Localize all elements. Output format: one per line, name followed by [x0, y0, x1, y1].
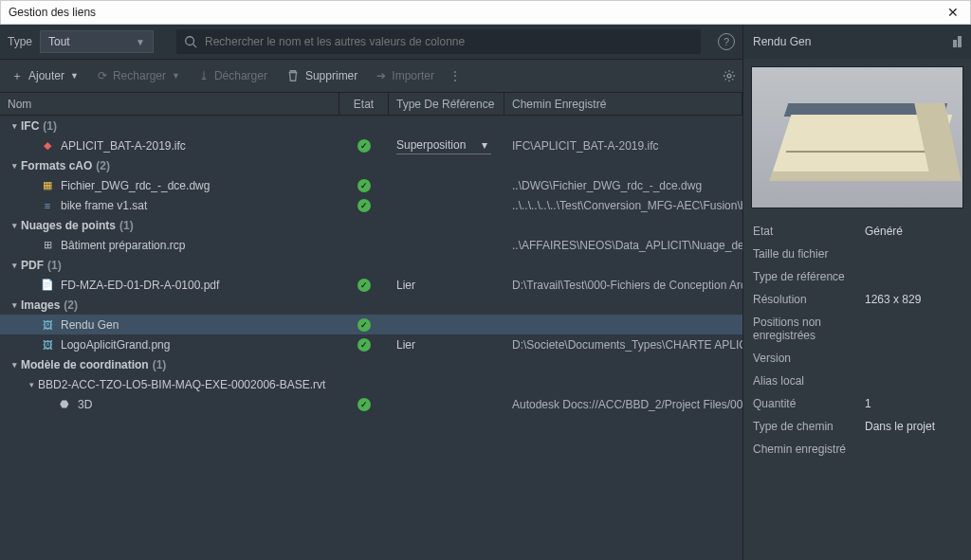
row-count: (2) — [64, 298, 78, 312]
dwg-file-icon: ▦ — [40, 179, 55, 192]
property-row: Quantité1 — [743, 392, 971, 415]
tree-group[interactable]: ▾PDF (1) — [0, 255, 742, 275]
tree-item[interactable]: ≡bike frame v1.sat✓..\..\..\..\..\Test\C… — [0, 195, 742, 215]
col-header-name[interactable]: Nom — [0, 93, 339, 115]
row-count: (2) — [96, 159, 110, 172]
row-label: Images — [21, 298, 60, 312]
img-file-icon: 🖼 — [40, 338, 55, 352]
detach-panel-icon[interactable] — [953, 36, 962, 47]
row-label: Rendu Gen — [61, 318, 119, 332]
tree-group[interactable]: ▾Modèle de coordination (1) — [0, 354, 742, 374]
property-key: Chemin enregistré — [753, 443, 865, 456]
tree-group[interactable]: ▾Images (2) — [0, 295, 742, 315]
tree-item[interactable]: ⬣3D✓Autodesk Docs://ACC/BBD_2/Project Fi… — [0, 394, 742, 414]
chevron-down-icon: ▾ — [482, 138, 487, 152]
property-row: Alias local — [743, 370, 971, 392]
property-row: Version — [743, 347, 971, 370]
row-path: D:\Societe\Documents_Types\CHARTE APLICI… — [504, 338, 742, 352]
tree-group[interactable]: ▾IFC (1) — [0, 116, 742, 135]
status-ok-icon: ✓ — [357, 139, 371, 153]
tree-group[interactable]: ▾Formats cAO (2) — [0, 155, 742, 175]
row-count: (1) — [153, 358, 167, 371]
chevron-down-icon[interactable]: ▾ — [8, 261, 21, 270]
chevron-down-icon: ▼ — [172, 71, 180, 81]
arrow-right-icon: ➔ — [376, 69, 386, 82]
reload-button[interactable]: ⟳ Recharger ▼ — [90, 65, 188, 86]
property-key: Alias local — [753, 374, 865, 388]
tree-item[interactable]: ▾BBD2-ACC-TZO-LO5-BIM-MAQ-EXE-0002006-BA… — [0, 374, 742, 394]
status-ok-icon: ✓ — [357, 179, 371, 192]
gear-icon[interactable] — [720, 66, 739, 85]
plus-icon: ＋ — [11, 68, 23, 84]
property-row: EtatGénéré — [743, 220, 971, 243]
chevron-down-icon[interactable]: ▾ — [8, 221, 21, 230]
chevron-down-icon[interactable]: ▾ — [8, 300, 21, 310]
property-row: Type de cheminDans le projet — [743, 415, 971, 438]
col-header-type[interactable]: Type De Référence — [389, 93, 504, 115]
col-header-path[interactable]: Chemin Enregistré — [504, 93, 742, 115]
import-button[interactable]: ➔ Importer — [369, 65, 442, 86]
window-title: Gestion des liens — [9, 6, 944, 19]
property-key: Version — [753, 352, 865, 365]
chevron-down-icon: ▼ — [70, 71, 79, 81]
row-label: Fichier_DWG_rdc_-_dce.dwg — [61, 179, 210, 192]
row-label: Modèle de coordination — [21, 358, 149, 371]
delete-button-label: Supprimer — [305, 69, 357, 82]
property-value: 1 — [865, 397, 962, 410]
pdf-file-icon: 📄 — [40, 279, 55, 292]
tree-item[interactable]: ◆APLICIT_BAT-A-2019.ifc✓Superposition▾IF… — [0, 135, 742, 155]
property-key: Quantité — [753, 397, 865, 410]
row-path: ..\..\..\..\..\Test\Conversion_MFG-AEC\F… — [504, 199, 742, 212]
more-icon[interactable]: ⋮ — [446, 66, 465, 85]
property-row: Type de référence — [743, 265, 971, 288]
reference-type-select[interactable]: Superposition▾ — [396, 137, 491, 154]
ifc-file-icon: ◆ — [40, 139, 55, 153]
close-icon[interactable]: ✕ — [944, 5, 962, 20]
svg-line-1 — [193, 45, 197, 48]
row-count: (1) — [43, 119, 57, 133]
row-count: (1) — [47, 259, 62, 272]
col-header-state[interactable]: Etat — [339, 93, 389, 115]
property-value: Dans le projet — [865, 420, 962, 433]
type-select[interactable]: Tout ▼ — [40, 30, 154, 53]
status-ok-icon: ✓ — [357, 318, 371, 332]
row-label: IFC — [21, 119, 39, 133]
add-button-label: Ajouter — [28, 69, 64, 82]
search-box[interactable] — [176, 29, 701, 54]
chevron-down-icon[interactable]: ▾ — [8, 360, 21, 370]
row-path: ..\DWG\Fichier_DWG_rdc_-_dce.dwg — [504, 179, 742, 192]
tree-group[interactable]: ▾Nuages de points (1) — [0, 215, 742, 235]
search-input[interactable] — [205, 35, 693, 48]
row-path: IFC\APLICIT_BAT-A-2019.ifc — [504, 139, 742, 153]
download-icon: ⤓ — [199, 69, 209, 82]
type-select-value: Tout — [48, 35, 70, 48]
property-key: Type de chemin — [753, 420, 865, 433]
row-label: Formats cAO — [21, 159, 92, 172]
help-icon[interactable]: ? — [718, 33, 735, 50]
row-label: FD-MZA-ED-01-DR-A-0100.pdf — [61, 279, 219, 292]
unload-button[interactable]: ⤓ Décharger — [192, 65, 275, 86]
chevron-down-icon[interactable]: ▾ — [8, 121, 21, 131]
row-label: 3D — [78, 398, 92, 411]
tree-item[interactable]: ▦Fichier_DWG_rdc_-_dce.dwg✓..\DWG\Fichie… — [0, 175, 742, 195]
svg-point-2 — [727, 74, 731, 78]
preview-thumbnail — [751, 66, 963, 208]
property-key: Résolution — [753, 293, 865, 306]
type-label: Type — [8, 35, 32, 48]
add-button[interactable]: ＋ Ajouter ▼ — [4, 64, 86, 88]
row-count: (1) — [119, 219, 134, 232]
chevron-down-icon[interactable]: ▾ — [8, 161, 21, 171]
chevron-down-icon[interactable]: ▾ — [25, 380, 38, 389]
property-key: Taille du fichier — [753, 247, 865, 261]
delete-button[interactable]: Supprimer — [279, 65, 365, 86]
tree-item[interactable]: ⊞Bâtiment préparation.rcp..\AFFAIRES\NEO… — [0, 235, 742, 255]
tree-item[interactable]: 📄FD-MZA-ED-01-DR-A-0100.pdf✓LierD:\Trava… — [0, 275, 742, 295]
row-label: bike frame v1.sat — [61, 199, 147, 212]
tree-item[interactable]: 🖼Rendu Gen✓ — [0, 315, 742, 334]
side-title: Rendu Gen — [753, 35, 811, 48]
row-label: Bâtiment préparation.rcp — [61, 239, 185, 252]
import-button-label: Importer — [392, 69, 434, 82]
tree-item[interactable]: 🖼LogoAplicitGrand.png✓LierD:\Societe\Doc… — [0, 334, 742, 354]
row-path: ..\AFFAIRES\NEOS\Data_APLICIT\Nuage_de_P… — [504, 239, 742, 252]
3d-file-icon: ⬣ — [57, 398, 72, 411]
